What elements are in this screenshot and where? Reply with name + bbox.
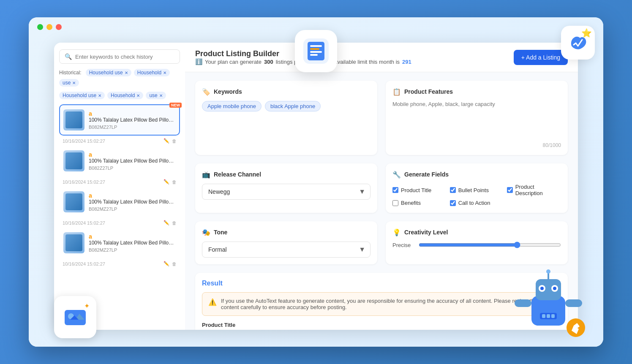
tag-close-icon[interactable]: ✕	[136, 93, 140, 98]
info-icon: ℹ️	[195, 58, 202, 65]
tag-close-icon[interactable]: ✕	[163, 71, 166, 75]
svg-rect-19	[551, 314, 555, 318]
release-channel-card: 📺 Release Channel Amazon Newegg eBay Wal…	[195, 163, 377, 213]
generate-fields-title: 🔧 Generate Fields	[392, 170, 561, 179]
field-call-to-action: Call to Action	[450, 200, 504, 206]
close-button[interactable]	[56, 24, 62, 30]
add-listing-button[interactable]: + Add a Listing	[514, 50, 568, 65]
release-channel-select[interactable]: Amazon Newegg eBay Walmart	[202, 184, 370, 200]
history-item-asin: B082MZ27LP	[89, 125, 176, 130]
tag-close-icon[interactable]: ✕	[159, 93, 163, 98]
product-image	[63, 191, 84, 212]
history-item[interactable]: a 100% Talalay Latex Pillow Bed Pillow f…	[59, 104, 180, 136]
history-item-info: a 100% Talalay Latex Pillow Bed Pillow f…	[89, 233, 176, 253]
svg-point-13	[553, 287, 556, 290]
history-item[interactable]: a 100% Talalay Latex Pillow Bed Pillow f…	[59, 145, 180, 177]
delete-icon[interactable]: 🗑	[172, 179, 177, 185]
rating-widget: ⭐	[561, 26, 595, 60]
traffic-lights	[37, 24, 62, 30]
creativity-slider[interactable]	[419, 242, 561, 248]
delete-icon[interactable]: 🗑	[172, 220, 177, 225]
amazon-logo: a	[89, 110, 92, 117]
tag-household-use-2[interactable]: Household use ✕	[59, 92, 105, 99]
checkbox-benefits[interactable]	[392, 200, 398, 206]
history-item-title: 100% Talalay Latex Pillow Bed Pillow for…	[89, 117, 176, 124]
release-channel-wrapper: Amazon Newegg eBay Walmart ▼	[202, 184, 370, 200]
creativity-row: Precise	[392, 242, 561, 248]
history-item-asin: B082MZ27LP	[89, 247, 176, 253]
history-item-info: a 100% Talalay Latex Pillow Bed Pillow f…	[89, 151, 176, 171]
keywords-icon: 🏷️	[202, 87, 210, 96]
history-item-title: 100% Talalay Latex Pillow Bed Pillow for…	[89, 158, 176, 165]
keyword-tag[interactable]: black Apple phone	[265, 101, 321, 111]
maximize-button[interactable]	[37, 24, 43, 30]
historical-tags-row1: Historical: Household use ✕ Household ✕ …	[59, 69, 180, 87]
delete-icon[interactable]: 🗑	[172, 139, 177, 144]
keyword-tag[interactable]: Apple mobile phone	[202, 101, 262, 111]
product-image	[63, 232, 84, 253]
generate-fields-card: 🔧 Generate Fields Product Title Bullet P…	[386, 163, 568, 213]
svg-point-12	[540, 287, 544, 290]
edit-icon[interactable]: ✏️	[163, 261, 169, 266]
edit-icon[interactable]: ✏️	[163, 220, 169, 225]
historical-label: Historical:	[59, 70, 82, 76]
field-bullet-points: Bullet Points	[450, 184, 504, 196]
history-timestamp: 10/16/2024 15:02:27 ✏️ 🗑	[63, 220, 177, 225]
svg-rect-21	[565, 299, 582, 307]
svg-rect-20	[515, 299, 531, 307]
tag-use-2[interactable]: use ✕	[146, 92, 166, 99]
tone-icon: 🎭	[202, 228, 210, 236]
char-count: 80/1000	[392, 142, 561, 148]
product-features-card: 📋 Product Features 80/1000	[386, 81, 568, 155]
product-image	[63, 109, 84, 130]
svg-point-15	[546, 269, 550, 274]
channel-icon: 📺	[202, 170, 210, 179]
svg-rect-3	[310, 48, 319, 50]
field-benefits: Benefits	[392, 200, 447, 206]
history-item-asin: B082MZ27LP	[89, 206, 176, 212]
history-actions: ✏️ 🗑	[163, 138, 177, 144]
search-input[interactable]	[75, 54, 174, 60]
middle-row: 📺 Release Channel Amazon Newegg eBay Wal…	[195, 163, 568, 213]
history-item[interactable]: a 100% Talalay Latex Pillow Bed Pillow f…	[59, 186, 180, 217]
edit-icon[interactable]: ✏️	[163, 138, 169, 144]
search-box[interactable]: 🔍	[59, 49, 180, 64]
edit-icon[interactable]: ✏️	[163, 179, 169, 185]
tone-card: 🎭 Tone Formal Casual Professional Friend…	[195, 221, 377, 264]
features-icon: 📋	[392, 87, 401, 96]
tag-household-2[interactable]: Household ✕	[107, 92, 143, 99]
product-features-textarea[interactable]	[392, 101, 561, 139]
keywords-area[interactable]: Apple mobile phone black Apple phone	[202, 101, 370, 135]
robot-widget	[502, 254, 595, 347]
svg-rect-5	[310, 54, 318, 56]
creativity-title: 💡 Creativity Level	[392, 228, 561, 236]
tone-wrapper: Formal Casual Professional Friendly ▼	[202, 242, 370, 258]
history-item[interactable]: a 100% Talalay Latex Pillow Bed Pillow f…	[59, 227, 180, 258]
history-timestamp: 10/16/2024 15:02:27 ✏️ 🗑	[63, 179, 177, 185]
history-item-title: 100% Talalay Latex Pillow Bed Pillow for…	[89, 199, 176, 206]
new-badge: NEW	[169, 103, 182, 108]
product-image	[63, 150, 84, 171]
checkbox-call-to-action[interactable]	[450, 200, 456, 206]
minimize-button[interactable]	[46, 24, 52, 30]
tone-select[interactable]: Formal Casual Professional Friendly	[202, 242, 370, 258]
tag-household-use[interactable]: Household use ✕	[86, 69, 131, 76]
tag-close-icon[interactable]: ✕	[125, 71, 128, 75]
checkbox-bullet-points[interactable]	[450, 187, 456, 193]
tag-close-icon[interactable]: ✕	[72, 81, 76, 85]
tag-household[interactable]: Household ✕	[134, 69, 170, 76]
svg-rect-18	[547, 314, 550, 318]
delete-icon[interactable]: 🗑	[172, 261, 177, 266]
checkbox-product-description[interactable]	[507, 187, 512, 193]
tag-close-icon[interactable]: ✕	[98, 93, 101, 98]
checkbox-product-title[interactable]	[392, 187, 398, 193]
tag-use[interactable]: use ✕	[59, 79, 79, 87]
search-icon: 🔍	[65, 53, 72, 60]
keywords-title: 🏷️ Keywords	[202, 87, 370, 96]
panel-header: Product Listing Builder ℹ️ Your plan can…	[185, 43, 578, 72]
svg-rect-17	[542, 314, 545, 318]
field-product-title: Product Title	[392, 184, 447, 196]
app-icon	[295, 30, 337, 72]
svg-rect-2	[310, 45, 322, 47]
keywords-card: 🏷️ Keywords Apple mobile phone black App…	[195, 81, 377, 155]
